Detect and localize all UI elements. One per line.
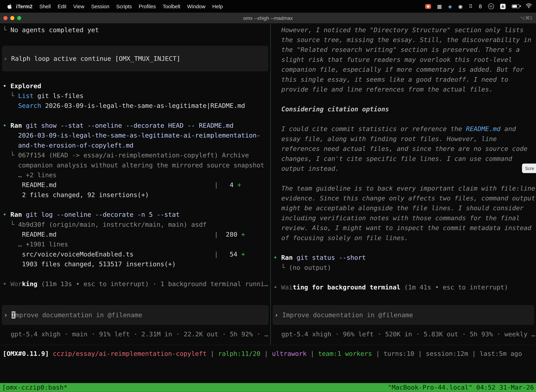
menu-item-profiles[interactable]: Profiles: [135, 3, 159, 9]
screen-recording-indicator-icon[interactable]: [425, 4, 431, 9]
injected-message-box: › Ralph loop active continue [OMX_TMUX_I…: [2, 46, 268, 71]
right-pane-content: However, I noticed the "Directory Struct…: [273, 25, 536, 292]
menu-item-scripts[interactable]: Scripts: [113, 3, 135, 9]
terminal-line: • Ran git status --short: [273, 252, 536, 262]
terminal-line: • Ran git log --oneline --decorate -n 5 …: [3, 210, 270, 219]
terminal-line: [273, 173, 536, 183]
terminal-line: … +1901 lines: [3, 239, 270, 249]
left-pane-content: • Explored └ List git ls-files Search 20…: [3, 81, 270, 289]
terminal-paragraph: I could cite commit statistics or refere…: [273, 124, 536, 173]
input-placeholder: Improve documentation in @filename: [282, 311, 413, 319]
text-cursor: I: [11, 311, 15, 319]
screen-overlay-button[interactable]: Scre: [522, 163, 536, 173]
menu-item-toolbelt[interactable]: Toolbelt: [159, 3, 184, 9]
right-pane-bottom: › Improve documentation in @filename gpt…: [271, 305, 536, 339]
terminal-line: 2026-03-09-is-legal-the-same-as-legitima…: [3, 131, 270, 140]
tmux-host-clock: "MacBook-Pro-44.local" 04:52 31-Mar-26: [388, 383, 534, 392]
terminal-line: src/voice/voiceModeEnabled.ts | 54 +: [3, 249, 270, 259]
terminal-line: [273, 243, 536, 252]
menu-item-view[interactable]: View: [70, 3, 88, 9]
dots-grid-icon[interactable]: ⠿: [469, 3, 473, 9]
macos-menu-bar: iTerm2 ShellEditViewSessionScriptsProfil…: [0, 0, 536, 13]
menu-bar-status-icons: ▦ ◈ ◉ ⠿ 8 61 A: [425, 3, 532, 9]
terminal-line: [3, 200, 270, 210]
minimize-button[interactable]: [10, 16, 14, 20]
terminal-paragraph: Considering citation options: [273, 104, 536, 114]
terminal-line: [OMX#0.11.9] cczip/essay/ai-reimplementa…: [3, 349, 536, 359]
terminal-line: [273, 272, 536, 282]
close-button[interactable]: [3, 16, 7, 20]
session-status-line: gpt-5.4 xhigh · main · 91% left · 2.31M …: [0, 329, 270, 339]
input-placeholder: mprove documentation in @filename: [15, 311, 142, 319]
terminal-line: README.md | 4 +: [3, 180, 270, 190]
terminal-line: └ 067f154 (HEAD -> essay/ai-reimplementa…: [3, 150, 270, 160]
grid-icon[interactable]: ▦: [437, 3, 442, 9]
terminal-line: • Ran git show --stat --oneline --decora…: [3, 121, 270, 130]
terminal-line: └ No agents completed yet: [3, 25, 270, 35]
prompt-chevron: ›: [274, 311, 282, 319]
terminal-line: • Waiting for background terminal (1m 41…: [273, 282, 536, 292]
app-8-icon[interactable]: 8: [479, 3, 482, 9]
terminal-paragraph: The team guideline is to back every impo…: [273, 183, 536, 243]
left-pane-top: └ No agents completed yet: [3, 25, 270, 35]
window-controls: [0, 16, 21, 20]
window-title-bar: omx --xhigh --madmax ⌥⌘1: [0, 13, 536, 23]
right-pane[interactable]: However, I noticed the "Directory Struct…: [271, 23, 536, 345]
terminal-line: 2 files changed, 92 insertions(+): [3, 190, 270, 200]
menu-item-help[interactable]: Help: [209, 3, 226, 9]
terminal-paragraph: However, I noticed the "Directory Struct…: [273, 25, 536, 94]
terminal-line: [273, 114, 536, 124]
menu-item-session[interactable]: Session: [88, 3, 113, 9]
prompt-input[interactable]: › Improve documentation in @filename: [2, 305, 268, 325]
terminal-line: └ List git ls-files: [3, 91, 270, 101]
battery-icon[interactable]: [512, 5, 520, 8]
input-source-icon[interactable]: A: [500, 4, 506, 9]
terminal-line: • Explored: [3, 81, 270, 91]
pane-bottom-border: [0, 345, 536, 345]
terminal-line: [3, 111, 270, 121]
omx-status-bar: [OMX#0.11.9] cczip/essay/ai-reimplementa…: [3, 349, 536, 359]
screen: iTerm2 ShellEditViewSessionScriptsProfil…: [0, 0, 536, 392]
terminal-line: and-the-erosion-of-copyleft.md: [3, 140, 270, 150]
screen-overlay-label: Scre: [525, 166, 534, 171]
menu-app-name[interactable]: iTerm2: [16, 3, 32, 9]
sparkle-icon[interactable]: ◈: [448, 3, 452, 9]
menu-items: ShellEditViewSessionScriptsProfilesToolb…: [36, 3, 226, 9]
apple-menu-icon[interactable]: [8, 4, 12, 9]
menu-item-edit[interactable]: Edit: [54, 3, 70, 9]
menu-item-window[interactable]: Window: [184, 3, 209, 9]
terminal-line: └ (no output): [273, 263, 536, 272]
window-shortcut-badge: ⌥⌘1: [520, 15, 532, 20]
prompt-chevron: ›: [4, 311, 11, 319]
left-pane-bottom: › Improve documentation in @filename gpt…: [0, 305, 270, 339]
terminal-line: Search 2026-03-09-is-legal-the-same-as-l…: [3, 101, 270, 111]
wifi-icon[interactable]: [526, 3, 532, 9]
tmux-status-bar: [omx-cczip0:bash* "MacBook-Pro-44.local"…: [0, 383, 536, 392]
terminal-line: └ 4b9d30f (origin/main, instructkr/main,…: [3, 219, 270, 229]
circle-app-icon[interactable]: ◉: [458, 3, 463, 9]
prompt-input[interactable]: › Improve documentation in @filename: [273, 305, 534, 325]
zoom-button[interactable]: [17, 16, 21, 20]
terminal: └ No agents completed yet › Ralph loop a…: [0, 23, 536, 392]
session-status-line: gpt-5.4 xhigh · 96% left · 520K in · 5.8…: [271, 329, 536, 339]
terminal-line: … +2 lines: [3, 170, 270, 180]
window-title: omx --xhigh --madmax: [0, 15, 536, 21]
tmux-session-window[interactable]: [omx-cczip0:bash*: [2, 383, 67, 392]
terminal-line: 1903 files changed, 513517 insertions(+): [3, 259, 270, 269]
gauge-icon[interactable]: 61: [488, 3, 494, 9]
terminal-line: [273, 94, 536, 104]
terminal-line: README.md | 280 +: [3, 229, 270, 239]
left-pane[interactable]: └ No agents completed yet › Ralph loop a…: [0, 23, 270, 345]
terminal-line: [3, 269, 270, 279]
terminal-line: › Ralph loop active continue [OMX_TMUX_I…: [3, 54, 267, 63]
terminal-line: companion analysis without altering the …: [3, 160, 270, 170]
menu-item-shell[interactable]: Shell: [36, 3, 54, 9]
terminal-line: • Working (11m 13s • esc to interrupt) ·…: [3, 279, 270, 289]
